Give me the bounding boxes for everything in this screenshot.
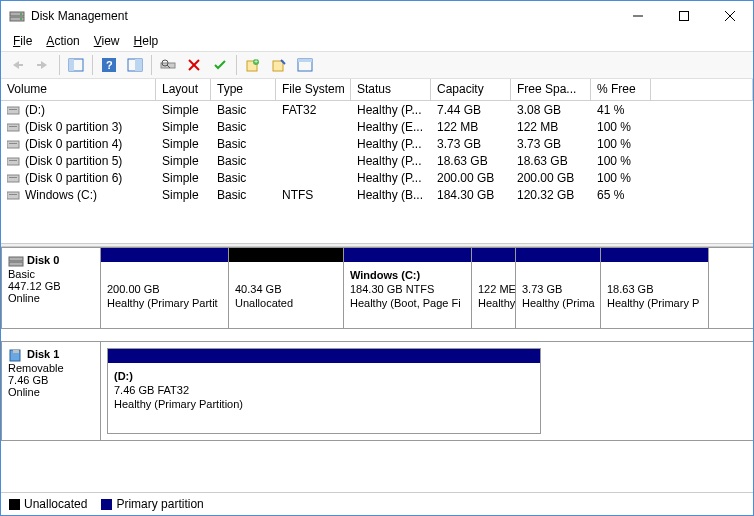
cell-free: 200.00 GB: [511, 171, 591, 185]
apply-button[interactable]: [208, 53, 232, 77]
volume-row[interactable]: (Disk 0 partition 5)SimpleBasicHealthy (…: [1, 152, 753, 169]
svg-rect-11: [69, 59, 74, 71]
partition-title: (D:): [114, 369, 534, 383]
svg-point-2: [20, 13, 22, 15]
legend-primary: Primary partition: [101, 497, 203, 511]
partition-size: 184.30 GB NTFS: [350, 282, 465, 296]
partition-status: Healthy (Prima: [522, 296, 594, 310]
svg-text:+: +: [254, 58, 258, 65]
svg-rect-5: [680, 12, 689, 21]
cell-type: Basic: [211, 137, 276, 151]
disk-kind: Removable: [8, 362, 94, 374]
partition-status: Unallocated: [235, 296, 337, 310]
disk-info[interactable]: Disk 1Removable7.46 GBOnline: [1, 341, 101, 440]
svg-rect-33: [7, 158, 19, 165]
wizard-button[interactable]: [267, 53, 291, 77]
cell-capacity: 200.00 GB: [431, 171, 511, 185]
col-status[interactable]: Status: [351, 79, 431, 100]
app-icon: [9, 8, 25, 24]
toolbar: ? +: [1, 51, 753, 79]
partition-bar: [344, 248, 471, 262]
svg-point-3: [20, 18, 22, 20]
properties-button[interactable]: [293, 53, 317, 77]
graphical-view: Disk 0Basic447.12 GBOnline200.00 GBHealt…: [1, 247, 753, 441]
partition-size: 7.46 GB FAT32: [114, 383, 534, 397]
partition[interactable]: 18.63 GBHealthy (Primary P: [601, 248, 709, 328]
volume-row[interactable]: (Disk 0 partition 3)SimpleBasicHealthy (…: [1, 118, 753, 135]
svg-rect-42: [13, 350, 19, 353]
cell-layout: Simple: [156, 171, 211, 185]
partition-title: Windows (C:): [350, 268, 465, 282]
cell-free: 120.32 GB: [511, 188, 591, 202]
menu-help[interactable]: Help: [128, 32, 165, 50]
col-layout[interactable]: Layout: [156, 79, 211, 100]
delete-button[interactable]: [182, 53, 206, 77]
col-fs[interactable]: File System: [276, 79, 351, 100]
svg-rect-37: [7, 192, 19, 199]
partition-bar: [472, 248, 515, 262]
volume-icon: [7, 121, 21, 133]
partition[interactable]: Windows (C:)184.30 GB NTFSHealthy (Boot,…: [344, 248, 472, 328]
volume-icon: [7, 172, 21, 184]
help-button[interactable]: ?: [97, 53, 121, 77]
cell-free: 18.63 GB: [511, 154, 591, 168]
col-type[interactable]: Type: [211, 79, 276, 100]
disk-state: Online: [8, 386, 94, 398]
menu-action[interactable]: Action: [40, 32, 85, 50]
svg-rect-26: [298, 59, 312, 62]
svg-rect-8: [19, 64, 23, 66]
partition-status: Healthy (Boot, Page Fi: [350, 296, 465, 310]
partition[interactable]: (D:)7.46 GB FAT32Healthy (Primary Partit…: [107, 348, 541, 434]
cell-capacity: 122 MB: [431, 120, 511, 134]
cell-capacity: 3.73 GB: [431, 137, 511, 151]
cell-pct: 65 %: [591, 188, 651, 202]
volume-row[interactable]: Windows (C:)SimpleBasicNTFSHealthy (B...…: [1, 186, 753, 203]
partition[interactable]: 200.00 GBHealthy (Primary Partit: [101, 248, 229, 328]
legend: Unallocated Primary partition: [1, 492, 753, 515]
refresh-button[interactable]: [123, 53, 147, 77]
cell-fs: FAT32: [276, 103, 351, 117]
titlebar: Disk Management: [1, 1, 753, 31]
col-pct[interactable]: % Free: [591, 79, 651, 100]
svg-rect-34: [9, 160, 17, 161]
partition[interactable]: 40.34 GBUnallocated: [229, 248, 344, 328]
maximize-button[interactable]: [661, 1, 707, 31]
volume-row[interactable]: (Disk 0 partition 4)SimpleBasicHealthy (…: [1, 135, 753, 152]
legend-unallocated: Unallocated: [9, 497, 87, 511]
partition-status: Healthy: [478, 296, 509, 310]
show-hide-button[interactable]: [64, 53, 88, 77]
menu-view[interactable]: View: [88, 32, 126, 50]
volume-row[interactable]: (Disk 0 partition 6)SimpleBasicHealthy (…: [1, 169, 753, 186]
svg-rect-31: [7, 141, 19, 148]
cell-layout: Simple: [156, 137, 211, 151]
disk-name: Disk 0: [27, 254, 59, 266]
cell-type: Basic: [211, 120, 276, 134]
partition[interactable]: 122 MEHealthy: [472, 248, 516, 328]
add-button[interactable]: +: [241, 53, 265, 77]
rescan-button[interactable]: [156, 53, 180, 77]
col-capacity[interactable]: Capacity: [431, 79, 511, 100]
partition-bar: [229, 248, 343, 262]
menu-file[interactable]: File: [7, 32, 38, 50]
col-free[interactable]: Free Spa...: [511, 79, 591, 100]
cell-status: Healthy (P...: [351, 171, 431, 185]
volume-row[interactable]: (D:)SimpleBasicFAT32Healthy (P...7.44 GB…: [1, 101, 753, 118]
svg-rect-24: [273, 61, 283, 71]
partition[interactable]: 3.73 GBHealthy (Prima: [516, 248, 601, 328]
partition-size: 200.00 GB: [107, 282, 222, 296]
forward-button: [31, 53, 55, 77]
svg-rect-30: [9, 126, 17, 127]
close-button[interactable]: [707, 1, 753, 31]
partition-status: Healthy (Primary P: [607, 296, 702, 310]
volume-name: (Disk 0 partition 4): [25, 137, 122, 151]
svg-rect-40: [9, 262, 23, 266]
cell-capacity: 184.30 GB: [431, 188, 511, 202]
disk-info[interactable]: Disk 0Basic447.12 GBOnline: [1, 247, 101, 328]
col-spacer: [651, 79, 753, 100]
svg-rect-39: [9, 257, 23, 261]
window-title: Disk Management: [31, 9, 615, 23]
cell-pct: 100 %: [591, 171, 651, 185]
minimize-button[interactable]: [615, 1, 661, 31]
col-volume[interactable]: Volume: [1, 79, 156, 100]
cell-pct: 100 %: [591, 154, 651, 168]
